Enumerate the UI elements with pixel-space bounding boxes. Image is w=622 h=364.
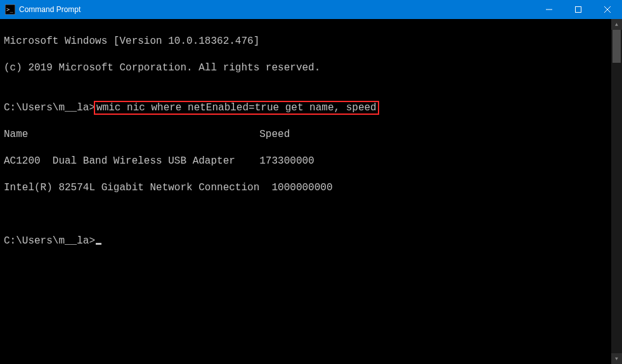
- scroll-thumb[interactable]: [612, 30, 621, 63]
- prompt-prefix: C:\Users\m__la>: [4, 235, 95, 247]
- vertical-scrollbar[interactable]: ▲ ▼: [611, 19, 622, 364]
- text-cursor: [96, 243, 101, 245]
- prompt-line: C:\Users\m__la>wmic nic where netEnabled…: [4, 101, 611, 115]
- scroll-down-icon: ▼: [615, 356, 618, 361]
- output-row: AC1200 Dual Band Wireless USB Adapter 17…: [4, 155, 611, 168]
- output-header: Name Speed: [4, 128, 611, 141]
- output-row: Intel(R) 82574L Gigabit Network Connecti…: [4, 181, 611, 195]
- prompt-line: C:\Users\m__la>: [4, 235, 611, 248]
- highlighted-command: wmic nic where netEnabled=true get name,…: [94, 101, 379, 115]
- prompt-prefix: C:\Users\m__la>: [4, 102, 95, 114]
- scroll-down-button[interactable]: ▼: [611, 353, 622, 364]
- window-title: Command Prompt: [19, 5, 81, 14]
- minimize-button[interactable]: [535, 0, 564, 19]
- titlebar[interactable]: >_ Command Prompt: [0, 0, 622, 19]
- terminal-output[interactable]: Microsoft Windows [Version 10.0.18362.47…: [0, 19, 611, 364]
- command-prompt-window: >_ Command Prompt Microsoft Windows [Ver…: [0, 0, 622, 364]
- close-button[interactable]: [593, 0, 622, 19]
- close-icon: [604, 6, 611, 13]
- output-line: (c) 2019 Microsoft Corporation. All righ…: [4, 62, 611, 75]
- svg-text:>_: >_: [6, 6, 13, 13]
- window-body: Microsoft Windows [Version 10.0.18362.47…: [0, 19, 622, 364]
- scroll-up-icon: ▲: [615, 22, 618, 27]
- minimize-icon: [546, 6, 552, 13]
- svg-rect-4: [576, 7, 581, 13]
- cmd-icon: >_: [5, 4, 15, 15]
- scroll-up-button[interactable]: ▲: [611, 19, 622, 30]
- maximize-button[interactable]: [564, 0, 593, 19]
- maximize-icon: [575, 6, 581, 13]
- output-line: Microsoft Windows [Version 10.0.18362.47…: [4, 35, 611, 48]
